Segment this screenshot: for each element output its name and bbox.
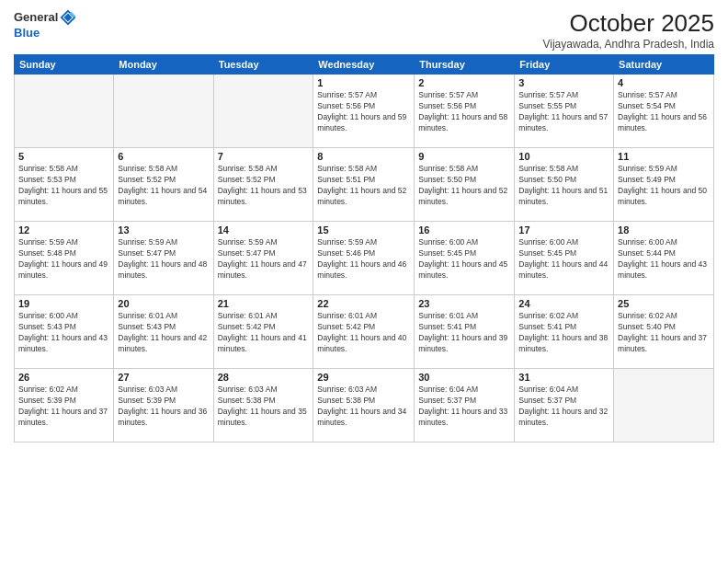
calendar-cell-9: 9Sunrise: 5:58 AMSunset: 5:50 PMDaylight…: [415, 148, 515, 222]
day-number: 4: [618, 77, 710, 88]
calendar-cell-22: 22Sunrise: 6:01 AMSunset: 5:42 PMDayligh…: [313, 295, 415, 369]
calendar-cell-4: 4Sunrise: 5:57 AMSunset: 5:54 PMDaylight…: [614, 75, 714, 148]
calendar-cell-20: 20Sunrise: 6:01 AMSunset: 5:43 PMDayligh…: [114, 295, 213, 369]
calendar-cell-26: 26Sunrise: 6:02 AMSunset: 5:39 PMDayligh…: [15, 369, 114, 442]
day-number: 10: [518, 151, 609, 162]
calendar-cell-25: 25Sunrise: 6:02 AMSunset: 5:40 PMDayligh…: [614, 295, 714, 369]
calendar-cell-11: 11Sunrise: 5:59 AMSunset: 5:49 PMDayligh…: [614, 148, 714, 222]
day-number: 6: [118, 151, 209, 162]
calendar-cell-29: 29Sunrise: 6:03 AMSunset: 5:38 PMDayligh…: [313, 369, 415, 442]
day-number: 31: [518, 372, 609, 383]
week-row-5: 26Sunrise: 6:02 AMSunset: 5:39 PMDayligh…: [15, 369, 714, 442]
weekday-header-saturday: Saturday: [614, 55, 714, 75]
header: General Blue October 2025 Vijayawada, An…: [14, 9, 714, 51]
day-number: 16: [418, 224, 510, 236]
calendar-cell-31: 31Sunrise: 6:04 AMSunset: 5:37 PMDayligh…: [515, 369, 614, 442]
month-title: October 2025: [542, 9, 714, 38]
day-info: Sunrise: 5:57 AMSunset: 5:56 PMDaylight:…: [317, 90, 410, 134]
day-info: Sunrise: 6:03 AMSunset: 5:39 PMDaylight:…: [118, 385, 209, 429]
calendar-table: SundayMondayTuesdayWednesdayThursdayFrid…: [14, 54, 714, 442]
logo-general-text: General: [14, 11, 58, 24]
day-number: 13: [118, 224, 209, 236]
day-info: Sunrise: 5:59 AMSunset: 5:47 PMDaylight:…: [218, 237, 310, 282]
day-number: 25: [618, 298, 710, 309]
day-number: 27: [118, 372, 209, 383]
weekday-header-wednesday: Wednesday: [313, 55, 415, 75]
day-number: 14: [218, 224, 310, 236]
calendar-cell-16: 16Sunrise: 6:00 AMSunset: 5:45 PMDayligh…: [415, 222, 515, 295]
day-number: 26: [18, 372, 109, 383]
day-number: 8: [317, 151, 410, 162]
location-subtitle: Vijayawada, Andhra Pradesh, India: [542, 38, 714, 51]
day-info: Sunrise: 5:58 AMSunset: 5:52 PMDaylight:…: [118, 164, 209, 208]
calendar-cell-12: 12Sunrise: 5:59 AMSunset: 5:48 PMDayligh…: [15, 222, 114, 295]
calendar-cell-7: 7Sunrise: 5:58 AMSunset: 5:52 PMDaylight…: [213, 148, 313, 222]
day-number: 12: [18, 224, 109, 236]
day-info: Sunrise: 6:04 AMSunset: 5:37 PMDaylight:…: [518, 385, 609, 429]
day-number: 11: [618, 151, 710, 162]
day-number: 18: [618, 224, 710, 236]
calendar-cell-empty: [114, 75, 213, 148]
day-info: Sunrise: 6:01 AMSunset: 5:41 PMDaylight:…: [418, 311, 510, 355]
day-info: Sunrise: 6:00 AMSunset: 5:43 PMDaylight:…: [18, 311, 109, 355]
day-info: Sunrise: 5:57 AMSunset: 5:55 PMDaylight:…: [518, 90, 609, 134]
day-number: 9: [418, 151, 510, 162]
calendar-cell-3: 3Sunrise: 5:57 AMSunset: 5:55 PMDaylight…: [515, 75, 614, 148]
logo-blue-text: Blue: [14, 26, 40, 40]
day-number: 17: [518, 224, 609, 236]
calendar-cell-empty: [15, 75, 114, 148]
day-info: Sunrise: 6:00 AMSunset: 5:44 PMDaylight:…: [618, 237, 710, 282]
day-info: Sunrise: 6:01 AMSunset: 5:42 PMDaylight:…: [317, 311, 410, 355]
day-number: 3: [518, 77, 609, 88]
calendar-cell-empty: [614, 369, 714, 442]
day-info: Sunrise: 5:58 AMSunset: 5:50 PMDaylight:…: [418, 164, 510, 208]
calendar-cell-6: 6Sunrise: 5:58 AMSunset: 5:52 PMDaylight…: [114, 148, 213, 222]
weekday-header-monday: Monday: [114, 55, 213, 75]
day-info: Sunrise: 6:03 AMSunset: 5:38 PMDaylight:…: [218, 385, 310, 429]
day-info: Sunrise: 5:58 AMSunset: 5:50 PMDaylight:…: [518, 164, 609, 208]
calendar-cell-18: 18Sunrise: 6:00 AMSunset: 5:44 PMDayligh…: [614, 222, 714, 295]
day-info: Sunrise: 6:01 AMSunset: 5:42 PMDaylight:…: [218, 311, 310, 355]
calendar-cell-30: 30Sunrise: 6:04 AMSunset: 5:37 PMDayligh…: [415, 369, 515, 442]
day-number: 2: [418, 77, 510, 88]
day-info: Sunrise: 6:00 AMSunset: 5:45 PMDaylight:…: [418, 237, 510, 282]
weekday-header-thursday: Thursday: [415, 55, 515, 75]
day-number: 21: [218, 298, 310, 309]
day-info: Sunrise: 6:04 AMSunset: 5:37 PMDaylight:…: [418, 385, 510, 429]
week-row-4: 19Sunrise: 6:00 AMSunset: 5:43 PMDayligh…: [15, 295, 714, 369]
day-number: 23: [418, 298, 510, 309]
calendar-cell-21: 21Sunrise: 6:01 AMSunset: 5:42 PMDayligh…: [213, 295, 313, 369]
calendar-cell-19: 19Sunrise: 6:00 AMSunset: 5:43 PMDayligh…: [15, 295, 114, 369]
weekday-header-sunday: Sunday: [15, 55, 114, 75]
day-info: Sunrise: 6:02 AMSunset: 5:41 PMDaylight:…: [518, 311, 609, 355]
day-info: Sunrise: 5:59 AMSunset: 5:49 PMDaylight:…: [618, 164, 710, 208]
page-container: General Blue October 2025 Vijayawada, An…: [0, 0, 728, 563]
day-info: Sunrise: 5:59 AMSunset: 5:48 PMDaylight:…: [18, 237, 109, 282]
title-section: October 2025 Vijayawada, Andhra Pradesh,…: [542, 9, 714, 51]
day-number: 1: [317, 77, 410, 88]
week-row-1: 1Sunrise: 5:57 AMSunset: 5:56 PMDaylight…: [15, 75, 714, 148]
day-info: Sunrise: 5:57 AMSunset: 5:56 PMDaylight:…: [418, 90, 510, 134]
calendar-cell-27: 27Sunrise: 6:03 AMSunset: 5:39 PMDayligh…: [114, 369, 213, 442]
calendar-cell-5: 5Sunrise: 5:58 AMSunset: 5:53 PMDaylight…: [15, 148, 114, 222]
calendar-cell-14: 14Sunrise: 5:59 AMSunset: 5:47 PMDayligh…: [213, 222, 313, 295]
day-info: Sunrise: 6:02 AMSunset: 5:40 PMDaylight:…: [618, 311, 710, 355]
weekday-header-tuesday: Tuesday: [213, 55, 313, 75]
day-number: 19: [18, 298, 109, 309]
calendar-cell-23: 23Sunrise: 6:01 AMSunset: 5:41 PMDayligh…: [415, 295, 515, 369]
calendar-cell-13: 13Sunrise: 5:59 AMSunset: 5:47 PMDayligh…: [114, 222, 213, 295]
day-info: Sunrise: 5:57 AMSunset: 5:54 PMDaylight:…: [618, 90, 710, 134]
day-info: Sunrise: 6:00 AMSunset: 5:45 PMDaylight:…: [518, 237, 609, 282]
weekday-header-friday: Friday: [515, 55, 614, 75]
calendar-cell-2: 2Sunrise: 5:57 AMSunset: 5:56 PMDaylight…: [415, 75, 515, 148]
calendar-cell-empty: [213, 75, 313, 148]
day-info: Sunrise: 5:58 AMSunset: 5:52 PMDaylight:…: [218, 164, 310, 208]
logo: General Blue: [14, 9, 76, 40]
day-info: Sunrise: 5:59 AMSunset: 5:47 PMDaylight:…: [118, 237, 209, 282]
day-number: 20: [118, 298, 209, 309]
day-number: 15: [317, 224, 410, 236]
day-number: 28: [218, 372, 310, 383]
day-info: Sunrise: 6:03 AMSunset: 5:38 PMDaylight:…: [317, 385, 410, 429]
calendar-cell-24: 24Sunrise: 6:02 AMSunset: 5:41 PMDayligh…: [515, 295, 614, 369]
week-row-2: 5Sunrise: 5:58 AMSunset: 5:53 PMDaylight…: [15, 148, 714, 222]
